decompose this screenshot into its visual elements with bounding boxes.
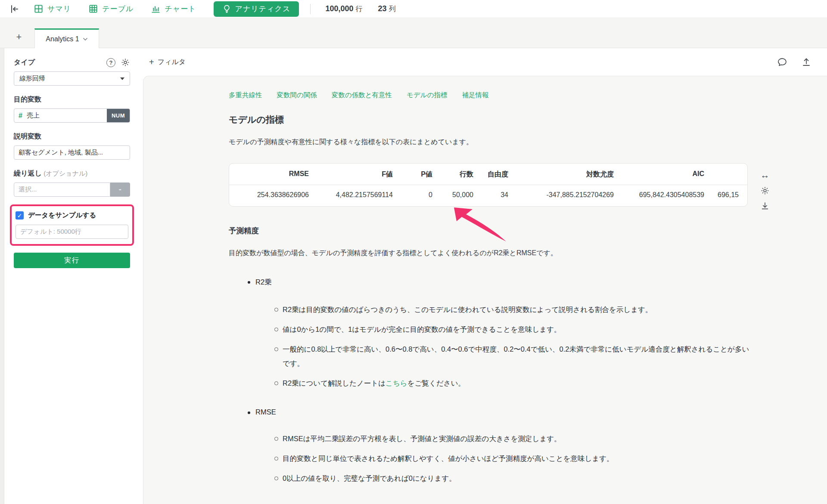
value-aic: 695,842.4305408539 [614,191,704,199]
rmse-sub-list: RMSEは平均二乗誤差の平方根を表し、予測値と実測値の誤差の大きさを測定します。… [283,432,754,485]
r2-point-3: 一般的に0.8以上で非常に高い、0.6〜0.8で高い、0.4〜0.6で中程度、0… [283,342,754,370]
model-type-select[interactable]: 線形回帰 [14,71,130,86]
nav-link-multicollinearity[interactable]: 多重共線性 [229,91,262,100]
type-label: タイプ [14,58,35,67]
collapsed-left-rail[interactable] [0,48,4,504]
column-count-unit: 列 [389,5,396,12]
table-settings-gear-icon[interactable] [760,186,770,195]
summary-view-button[interactable]: サマリ [34,4,71,14]
tab-analytics-1-label: Analytics 1 [46,35,79,43]
export-icon[interactable] [801,57,811,67]
predictor-variables-field[interactable]: 顧客セグメント, 地域, 製品... [14,145,130,160]
nav-link-coefficients[interactable]: 変数の係数と有意性 [332,91,392,100]
metrics-table-card: RMSE F値 P値 行数 自由度 対数尤度 AIC 254.363862690… [229,163,748,207]
nav-link-model-metrics[interactable]: モデルの指標 [407,91,447,100]
collapse-panel-button[interactable] [7,3,22,15]
top-toolbar: サマリ テーブル チャート アナリティクス 100,000行 23列 [0,0,827,18]
value-rmse: 254.3638626906 [238,191,309,199]
summary-label: サマリ [47,4,71,14]
summary-grid-icon [34,4,44,14]
annotation-highlight-box: ✓ データをサンプルする デフォルト: 50000行 [10,204,134,246]
repeat-remove-button[interactable]: - [110,182,130,197]
analytics-config-sidebar: タイプ ? 線形回帰 目的変数 # 売上 NUM 説明変数 顧客セグメント, 地… [4,48,143,504]
help-icon[interactable]: ? [106,58,115,67]
metrics-table-header-row: RMSE F値 P値 行数 自由度 対数尤度 AIC [229,164,747,185]
analytics-result-panel: 多重共線性 変数間の関係 変数の係数と有意性 モデルの指標 補足情報 モデルの指… [143,76,827,504]
rmse-bullet-list: RMSE [229,408,763,416]
download-icon[interactable] [760,201,770,210]
section-title: モデルの指標 [229,114,763,126]
settings-gear-icon[interactable] [121,58,130,67]
section-description: モデルの予測精度や有意性に関する様々な指標を以下の表にまとめています。 [229,138,763,147]
sample-data-checkbox[interactable]: ✓ [16,211,24,220]
col-header-log-likelihood: 対数尤度 [508,170,614,179]
predictor-variables-label: 説明変数 [14,132,41,141]
target-variable-field[interactable]: # 売上 NUM [14,108,130,123]
filter-row: + フィルタ [143,48,827,76]
col-header-truncated [704,170,739,179]
value-dof: 34 [473,191,508,199]
comment-icon[interactable] [777,57,787,67]
analytics-tab-strip: + Analytics 1 [0,18,827,48]
resize-horizontal-icon[interactable]: ↔ [760,170,770,180]
nav-link-variable-relations[interactable]: 変数間の関係 [277,91,317,100]
sample-data-label: データをサンプルする [28,211,96,220]
sample-size-input[interactable]: デフォルト: 50000行 [16,225,128,239]
rmse-point-3: 0以上の値を取り、完璧な予測であれば0になります。 [283,471,754,485]
value-log-likelihood: -347,885.2152704269 [508,191,614,199]
numeric-hash-icon: # [19,112,22,120]
add-filter-button[interactable]: + フィルタ [149,57,186,67]
accuracy-title: 予測精度 [229,226,763,236]
plus-icon: + [149,57,154,67]
r2-point-1: R2乗は目的変数の値のばらつきのうち、このモデルに使われている説明変数によって説… [283,303,754,316]
rmse-point-1: RMSEは平均二乗誤差の平方根を表し、予測値と実測値の誤差の大きさを測定します。 [283,432,754,445]
r2-bullet: R2乗 [255,278,763,287]
lightbulb-icon [222,4,231,13]
sample-data-checkbox-row[interactable]: ✓ データをサンプルする [16,211,128,220]
r2-sub-list: R2乗は目的変数の値のばらつきのうち、このモデルに使われている説明変数によって説… [283,303,754,390]
rmse-point-2: 目的変数と同じ単位で表されるため解釈しやすく、値が小さいほど予測精度が高いことを… [283,451,754,465]
metrics-bullet-list: R2乗 [229,278,763,287]
analytics-view-button[interactable]: アナリティクス [214,1,299,17]
model-summary-document: 多重共線性 変数間の関係 変数の係数と有意性 モデルの指標 補足情報 モデルの指… [229,91,763,503]
chart-label: チャート [165,4,196,14]
chevron-down-icon [83,37,88,41]
toolbar-divider [310,4,311,14]
accuracy-description: 目的変数が数値型の場合、モデルの予測精度を評価する指標としてよく使われるのがR2… [229,249,763,258]
metrics-table-value-row: 254.3638626906 4,482.2157569114 0 50,000… [229,185,747,206]
section-nav: 多重共線性 変数間の関係 変数の係数と有意性 モデルの指標 補足情報 [229,91,763,100]
dropdown-caret-icon [120,77,124,80]
add-analytics-tab-button[interactable]: + [11,31,27,43]
table-view-button[interactable]: テーブル [88,4,134,14]
nav-link-supplementary[interactable]: 補足情報 [462,91,489,100]
repeat-by-select[interactable]: 選択... [14,182,110,197]
col-header-f-value: F値 [309,170,393,179]
sample-size-placeholder: デフォルト: 50000行 [20,228,81,236]
row-count: 100,000行 [325,4,362,14]
row-count-value: 100,000 [325,4,353,13]
num-type-badge: NUM [107,109,130,122]
table-label: テーブル [102,4,134,14]
repeat-optional-label: (オプショナル) [44,170,87,177]
bar-chart-icon [151,4,161,14]
repeat-by-label: 繰り返し (オプショナル) [14,169,87,178]
target-variable-label: 目的変数 [14,95,41,104]
tab-analytics-1[interactable]: Analytics 1 [34,28,99,48]
column-count-value: 23 [378,4,386,13]
r2-point-link-line: R2乗について解説したノートはこちらをご覧ください。 [283,376,754,390]
value-f: 4,482.2157569114 [309,191,393,199]
collapse-left-icon [9,4,19,14]
run-button[interactable]: 実行 [14,253,130,268]
value-rows: 50,000 [432,191,473,199]
model-type-value: 線形回帰 [19,74,45,83]
kochira-link[interactable]: こちら [386,379,407,387]
table-grid-icon [88,4,98,14]
value-truncated: 696,15 [704,191,739,199]
rmse-bullet: RMSE [255,408,763,416]
target-variable-value: 売上 [27,111,40,120]
col-header-dof: 自由度 [473,170,508,179]
chart-view-button[interactable]: チャート [151,4,196,14]
r2-point-2: 値は0から1の間で、1はモデルが完全に目的変数の値を予測できることを意味します。 [283,322,754,336]
value-p: 0 [393,191,432,199]
row-count-unit: 行 [355,5,362,12]
